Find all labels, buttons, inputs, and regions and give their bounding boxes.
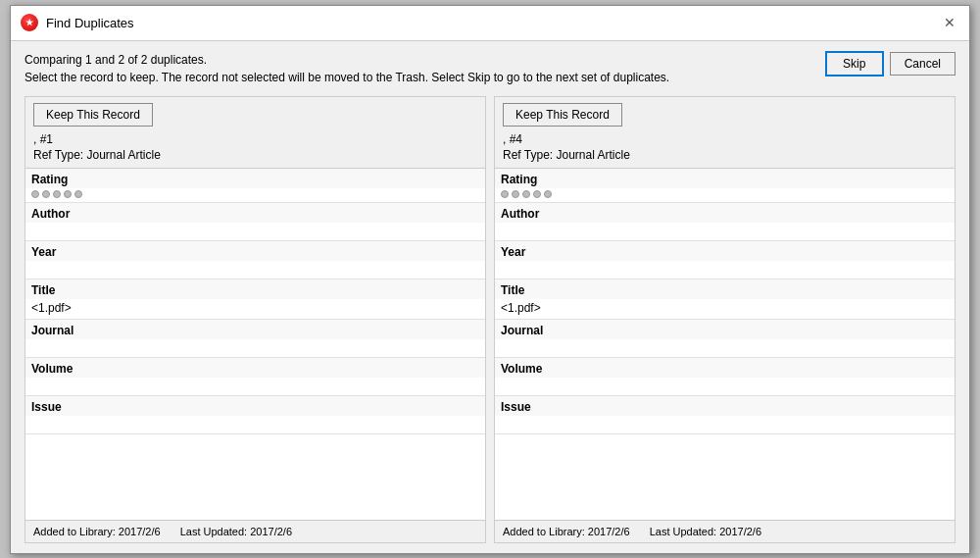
window-title: Find Duplicates (46, 16, 134, 30)
field-row-volume-left: Volume (25, 358, 485, 396)
footer-updated-left: Last Updated: 2017/2/6 (180, 526, 292, 537)
dot5 (74, 190, 82, 198)
field-row-title-left: Title <1.pdf> (25, 279, 485, 320)
top-bar: Comparing 1 and 2 of 2 duplicates. Selec… (24, 51, 956, 86)
field-label-title-left: Title (25, 279, 485, 299)
footer-added-left: Added to Library: 2017/2/6 (33, 526, 161, 537)
status-line1: Comparing 1 and 2 of 2 duplicates. (24, 51, 669, 69)
find-duplicates-dialog: ★ Find Duplicates ✕ Comparing 1 and 2 of… (10, 5, 970, 554)
dot5-r (544, 190, 552, 198)
field-label-issue-left: Issue (25, 396, 485, 416)
field-value-author-left (25, 223, 485, 240)
records-area: Keep This Record , #1 Ref Type: Journal … (24, 96, 956, 543)
title-bar-left: ★ Find Duplicates (21, 14, 134, 31)
field-row-journal-right: Journal (495, 320, 955, 358)
status-area: Comparing 1 and 2 of 2 duplicates. Selec… (24, 51, 669, 86)
field-value-year-right (495, 261, 955, 279)
field-value-issue-left (25, 416, 485, 433)
record-panel-left: Keep This Record , #1 Ref Type: Journal … (24, 96, 486, 543)
field-label-author-right: Author (495, 203, 955, 223)
field-row-issue-right: Issue (495, 396, 955, 434)
fields-container-right[interactable]: Rating Author (495, 168, 955, 520)
record-panel-right: Keep This Record , #4 Ref Type: Journal … (494, 96, 956, 543)
field-value-title-right: <1.pdf> (495, 299, 955, 319)
field-value-issue-right (495, 416, 955, 433)
keep-btn-row-right: Keep This Record (503, 103, 947, 127)
field-row-volume-right: Volume (495, 358, 955, 396)
dot4 (64, 190, 72, 198)
status-line2: Select the record to keep. The record no… (24, 69, 669, 86)
fields-container-left[interactable]: Rating Author (25, 168, 485, 520)
record-id-right: , #4 (503, 132, 947, 146)
field-row-year-right: Year (495, 241, 955, 279)
dot4-r (533, 190, 541, 198)
record-reftype-left: Ref Type: Journal Article (33, 148, 477, 162)
field-value-volume-right (495, 378, 955, 395)
keep-this-record-left-button[interactable]: Keep This Record (33, 103, 153, 127)
field-label-year-left: Year (25, 241, 485, 261)
record-footer-right: Added to Library: 2017/2/6 Last Updated:… (495, 520, 955, 542)
field-label-author-left: Author (25, 203, 485, 223)
field-label-issue-right: Issue (495, 396, 955, 416)
close-button[interactable]: ✕ (940, 13, 959, 32)
field-label-volume-left: Volume (25, 358, 485, 378)
field-value-author-right (495, 223, 955, 240)
app-icon: ★ (21, 14, 38, 31)
field-label-volume-right: Volume (495, 358, 955, 378)
field-row-issue-left: Issue (25, 396, 485, 434)
field-row-author-right: Author (495, 203, 955, 241)
record-header-right: Keep This Record , #4 Ref Type: Journal … (495, 97, 955, 168)
record-footer-left: Added to Library: 2017/2/6 Last Updated:… (25, 520, 485, 542)
footer-added-right: Added to Library: 2017/2/6 (503, 526, 630, 537)
field-row-rating-left: Rating (25, 169, 485, 203)
field-value-volume-left (25, 378, 485, 395)
record-reftype-right: Ref Type: Journal Article (503, 148, 947, 162)
footer-updated-right: Last Updated: 2017/2/6 (650, 526, 761, 537)
dialog-content: Comparing 1 and 2 of 2 duplicates. Selec… (11, 41, 969, 553)
field-label-year-right: Year (495, 241, 955, 261)
dot3-r (522, 190, 530, 198)
rating-dots-left (25, 188, 485, 202)
rating-dots-right (495, 188, 955, 202)
field-row-title-right: Title <1.pdf> (495, 279, 955, 320)
field-label-journal-left: Journal (25, 320, 485, 339)
dot2 (42, 190, 50, 198)
dot1-r (501, 190, 509, 198)
dot2-r (512, 190, 519, 198)
keep-this-record-right-button[interactable]: Keep This Record (503, 103, 622, 127)
field-value-title-left: <1.pdf> (25, 299, 485, 319)
field-label-rating-left: Rating (25, 169, 485, 188)
record-header-left: Keep This Record , #1 Ref Type: Journal … (25, 97, 485, 168)
field-label-title-right: Title (495, 279, 955, 299)
top-buttons: Skip Cancel (825, 51, 956, 76)
record-id-left: , #1 (33, 132, 477, 146)
field-label-journal-right: Journal (495, 320, 955, 339)
keep-btn-row-left: Keep This Record (33, 103, 477, 127)
field-row-year-left: Year (25, 241, 485, 279)
dot3 (53, 190, 61, 198)
dot1 (31, 190, 39, 198)
field-value-journal-right (495, 339, 955, 357)
field-value-year-left (25, 261, 485, 279)
cancel-button[interactable]: Cancel (890, 52, 956, 76)
field-label-rating-right: Rating (495, 169, 955, 188)
field-row-author-left: Author (25, 203, 485, 241)
field-row-journal-left: Journal (25, 320, 485, 358)
title-bar: ★ Find Duplicates ✕ (11, 6, 969, 41)
skip-button[interactable]: Skip (825, 51, 884, 76)
field-row-rating-right: Rating (495, 169, 955, 203)
field-value-journal-left (25, 339, 485, 357)
